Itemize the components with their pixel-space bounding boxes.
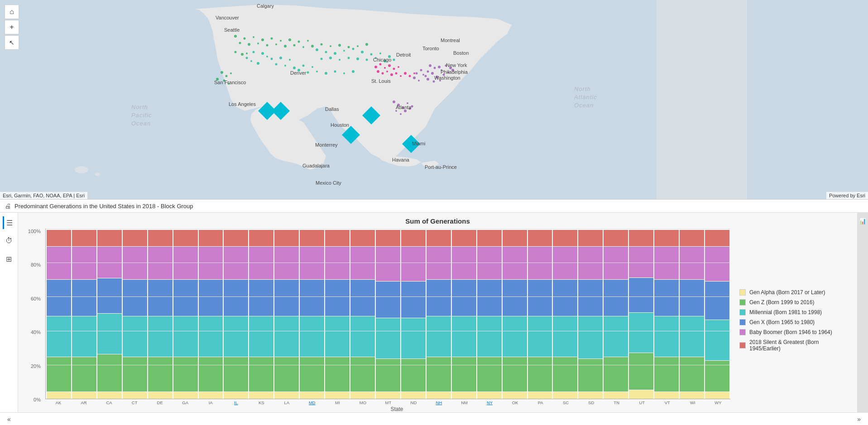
- bar-segment: [274, 279, 299, 316]
- svg-point-12: [425, 75, 427, 77]
- zoom-in-button[interactable]: +: [5, 20, 19, 34]
- bar-segment: [503, 357, 527, 392]
- settings-icon[interactable]: ⊞: [3, 253, 15, 265]
- bar-segment: [249, 246, 273, 279]
- bar-column-la[interactable]: [274, 229, 299, 399]
- bar-segment: [578, 392, 603, 399]
- bar-column-ct[interactable]: [123, 229, 147, 399]
- expand-right-icon[interactable]: »: [854, 415, 863, 424]
- bar-segment: [274, 316, 299, 356]
- svg-point-96: [365, 43, 368, 46]
- home-button[interactable]: ⌂: [5, 5, 19, 19]
- chart-area: 100% 80% 60% 40% 20% 0% AKARCACTDEGAIAIL…: [23, 229, 853, 412]
- svg-point-41: [379, 53, 381, 54]
- bar-segment: [47, 357, 71, 392]
- bar-column-sc[interactable]: [553, 229, 577, 399]
- svg-point-56: [279, 57, 282, 59]
- expand-left-icon[interactable]: «: [5, 415, 14, 424]
- bar-segment: [680, 246, 704, 279]
- svg-point-35: [325, 51, 327, 53]
- filter-icon[interactable]: ⏱: [3, 234, 15, 247]
- svg-point-116: [395, 72, 398, 75]
- cursor-button[interactable]: ↖: [5, 35, 19, 50]
- svg-rect-1: [657, 0, 747, 199]
- bar-column-wy[interactable]: [705, 229, 729, 399]
- bar-column-ca[interactable]: [97, 229, 122, 399]
- bar-column-vt[interactable]: [654, 229, 679, 399]
- bar-column-sd[interactable]: [578, 229, 603, 399]
- list-view-icon[interactable]: ☰: [3, 216, 15, 229]
- bar-column-mi[interactable]: [325, 229, 350, 399]
- svg-point-108: [384, 67, 386, 69]
- svg-point-43: [321, 58, 323, 60]
- svg-point-2: [75, 166, 88, 173]
- x-label-md: MD: [300, 400, 324, 405]
- y-label-0: 0%: [34, 397, 41, 402]
- bar-segment: [274, 246, 299, 279]
- bar-column-wi[interactable]: [680, 229, 704, 399]
- y-label-20: 20%: [31, 363, 41, 369]
- bar-chart-icon[interactable]: 📊: [858, 216, 867, 225]
- legend-label-2: Millennial (Born 1981 to 1998): [749, 309, 822, 315]
- svg-point-28: [404, 110, 407, 112]
- svg-point-42: [388, 55, 391, 58]
- svg-point-4: [429, 64, 432, 67]
- bar-segment: [477, 392, 502, 399]
- chart-legend: Gen Alpha (Born 2017 or Later)Gen Z (Bor…: [735, 229, 853, 412]
- bar-segment: [274, 392, 299, 399]
- bar-segment: [224, 246, 248, 279]
- bar-column-ut[interactable]: [629, 229, 653, 399]
- svg-point-21: [439, 80, 441, 81]
- print-icon[interactable]: 🖨: [5, 202, 11, 210]
- bar-segment: [629, 277, 653, 312]
- svg-point-55: [271, 58, 273, 60]
- bar-column-md[interactable]: [300, 229, 324, 399]
- bar-segment: [578, 316, 603, 358]
- svg-point-120: [413, 72, 415, 74]
- legend-label-4: Baby Boomer (Born 1946 to 1964): [749, 329, 832, 335]
- x-axis-labels: AKARCACTDEGAIAILKSLAMDMIMOMTNDNHNMNYOKPA…: [45, 400, 730, 405]
- bar-segment: [427, 316, 451, 356]
- bar-segment: [274, 229, 299, 246]
- bar-column-mo[interactable]: [350, 229, 375, 399]
- bar-segment: [705, 360, 729, 392]
- bar-column-ga[interactable]: [173, 229, 198, 399]
- bar-column-ar[interactable]: [72, 229, 96, 399]
- bar-column-nh[interactable]: [427, 229, 451, 399]
- bar-segment: [528, 357, 552, 392]
- bar-column-pa[interactable]: [528, 229, 552, 399]
- svg-point-50: [384, 60, 386, 62]
- bar-column-mt[interactable]: [376, 229, 400, 399]
- bar-column-ny[interactable]: [477, 229, 502, 399]
- bar-column-tn[interactable]: [604, 229, 628, 399]
- bar-segment: [452, 229, 476, 246]
- svg-point-61: [246, 57, 248, 59]
- svg-point-87: [284, 45, 287, 48]
- bar-segment: [477, 279, 502, 316]
- x-label-il: IL: [224, 400, 248, 405]
- svg-point-70: [334, 71, 336, 73]
- bar-column-ok[interactable]: [503, 229, 527, 399]
- bar-segment: [401, 318, 426, 358]
- bar-column-ak[interactable]: [47, 229, 71, 399]
- svg-point-19: [427, 78, 429, 81]
- bar-column-nm[interactable]: [452, 229, 476, 399]
- bar-column-ks[interactable]: [249, 229, 273, 399]
- bar-column-ia[interactable]: [199, 229, 223, 399]
- svg-point-72: [352, 70, 355, 73]
- bar-segment: [427, 246, 451, 279]
- x-label-ia: IA: [198, 400, 223, 405]
- bar-segment: [528, 392, 552, 399]
- svg-point-94: [348, 46, 350, 48]
- bar-segment: [503, 229, 527, 246]
- bar-column-il[interactable]: [224, 229, 248, 399]
- bar-column-nd[interactable]: [401, 229, 426, 399]
- map-container[interactable]: ⌂ + ↖ Calgary Vancouver Seattle San Fran…: [0, 0, 868, 199]
- x-label-mt: MT: [376, 400, 400, 405]
- svg-point-88: [293, 44, 296, 47]
- bars-and-x-container: AKARCACTDEGAIAILKSLAMDMIMOMTNDNHNMNYOKPA…: [45, 229, 730, 412]
- bar-column-de[interactable]: [148, 229, 173, 399]
- bar-segment: [123, 357, 147, 392]
- svg-point-83: [248, 43, 250, 46]
- bar-segment: [97, 313, 122, 354]
